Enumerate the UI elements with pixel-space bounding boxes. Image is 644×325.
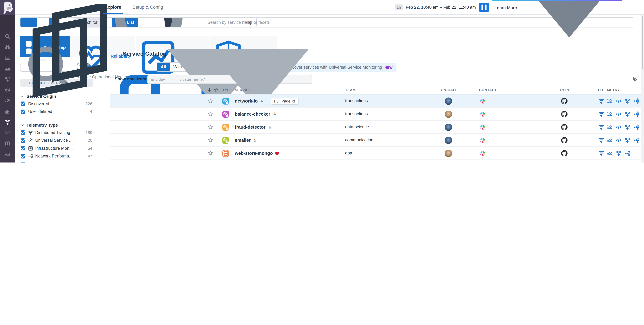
col-telemetry[interactable]: TELEMETRY <box>598 88 620 92</box>
slack-icon[interactable] <box>480 151 485 156</box>
page-scrollbar[interactable] <box>641 15 644 162</box>
target-icon[interactable] <box>5 87 10 93</box>
table-row[interactable]: fraud-detectordata-science <box>110 121 644 134</box>
facet-item[interactable]: Distributed Tracing189 <box>20 129 93 137</box>
on-call-avatar[interactable] <box>445 110 452 118</box>
pause-button[interactable] <box>479 3 489 12</box>
trace-telemetry-icon[interactable] <box>598 111 604 117</box>
pods-telemetry-icon[interactable] <box>624 98 630 104</box>
github-icon[interactable] <box>561 98 568 104</box>
hexagons-icon[interactable] <box>5 76 10 82</box>
table-row[interactable]: emailercommunication <box>110 134 644 147</box>
time-duration-chip[interactable]: 1h <box>395 4 403 10</box>
network-telemetry-icon[interactable] <box>633 137 639 143</box>
facet-group-title[interactable]: Telemetry Type <box>20 121 93 129</box>
logs-telemetry-icon[interactable] <box>607 150 613 156</box>
network-telemetry-icon[interactable] <box>633 124 639 130</box>
facet-item[interactable]: Log Management106 <box>20 160 93 162</box>
service-name-link[interactable]: web-store-mongo <box>235 151 273 156</box>
table-row[interactable]: web-store-mongodba <box>110 147 644 160</box>
checkbox-checked[interactable] <box>21 162 25 163</box>
col-team[interactable]: TEAM <box>345 88 356 92</box>
gears-type-icon[interactable] <box>222 98 229 104</box>
time-range-picker[interactable]: Feb 22, 10:40 am – Feb 22, 11:40 am <box>406 5 476 10</box>
sort-descending-icon[interactable] <box>207 88 212 92</box>
logs-telemetry-icon[interactable] <box>607 98 613 104</box>
facet-item[interactable]: Infrastructure Mon...54 <box>20 144 93 152</box>
team-cell[interactable]: communication <box>345 138 373 142</box>
book-icon[interactable] <box>5 141 10 146</box>
facet-item[interactable]: Universal Service ...20 <box>20 137 93 144</box>
trace-telemetry-icon[interactable] <box>598 98 604 104</box>
col-on-call[interactable]: ON-CALL <box>441 88 458 92</box>
loop-icon[interactable] <box>5 130 10 136</box>
trace-telemetry-icon[interactable] <box>598 124 604 130</box>
checkbox-checked[interactable] <box>21 130 25 135</box>
shield-icon[interactable] <box>5 162 10 162</box>
pods-telemetry-icon[interactable] <box>624 111 630 117</box>
slack-icon[interactable] <box>480 98 485 104</box>
logs-telemetry-icon[interactable] <box>607 111 613 117</box>
scrollbar-thumb[interactable] <box>642 16 643 69</box>
checkbox-checked[interactable] <box>21 146 25 151</box>
table-row[interactable]: network-ioFull PagetransactionsUI <box>110 94 644 108</box>
profiler-telemetry-icon[interactable] <box>616 98 622 104</box>
gears-type-icon[interactable] <box>222 111 229 117</box>
service-name-link[interactable]: emailer <box>235 138 251 143</box>
network-telemetry-icon[interactable] <box>633 98 639 104</box>
network-telemetry-icon[interactable] <box>624 150 630 156</box>
checkbox-checked[interactable] <box>21 110 25 114</box>
col-type[interactable]: TYPE <box>222 88 232 92</box>
binoculars-icon[interactable] <box>5 44 10 50</box>
pods-telemetry-icon[interactable] <box>624 137 630 143</box>
on-call-avatar[interactable] <box>445 123 452 131</box>
datadog-logo[interactable] <box>0 0 15 15</box>
pods-telemetry-icon[interactable] <box>616 150 622 156</box>
table-row[interactable]: orders-postgresGOorders <box>110 160 644 162</box>
on-call-avatar[interactable] <box>445 137 452 144</box>
team-cell[interactable]: transactions <box>345 98 368 103</box>
star-icon[interactable] <box>208 111 213 117</box>
puzzle-icon[interactable] <box>5 109 10 114</box>
profiler-telemetry-icon[interactable] <box>616 111 622 117</box>
cluster-filter-dropdown[interactable]: cluster-name:* <box>176 75 312 84</box>
magnifier-icon[interactable] <box>5 33 10 39</box>
team-cell[interactable]: dba <box>345 151 352 155</box>
trace-icon[interactable] <box>5 119 10 125</box>
service-name-link[interactable]: fraud-detector <box>235 125 266 130</box>
col-contact[interactable]: CONTACT <box>479 88 497 92</box>
trace-telemetry-icon[interactable] <box>598 150 604 156</box>
github-icon[interactable] <box>561 150 568 156</box>
logs-telemetry-icon[interactable] <box>607 137 613 143</box>
logs-icon[interactable] <box>5 151 10 157</box>
profiler-telemetry-icon[interactable] <box>616 124 622 130</box>
on-call-avatar[interactable] <box>445 150 452 157</box>
checkbox-checked[interactable] <box>21 154 25 158</box>
slack-icon[interactable] <box>480 111 485 117</box>
dashboard-icon[interactable] <box>5 55 10 61</box>
logs-telemetry-icon[interactable] <box>607 124 613 130</box>
network-telemetry-icon[interactable] <box>633 111 639 117</box>
col-service[interactable]: SERVICE <box>235 88 251 92</box>
trace-telemetry-icon[interactable] <box>598 137 604 143</box>
gears-type-icon[interactable] <box>222 137 229 144</box>
star-icon[interactable] <box>208 137 213 143</box>
team-cell[interactable]: data-science <box>345 125 369 129</box>
db-type-icon[interactable] <box>222 150 229 157</box>
learn-more-dropdown[interactable]: Learn More <box>492 0 622 15</box>
github-icon[interactable] <box>561 137 568 143</box>
star-icon[interactable] <box>208 150 213 156</box>
facet-item[interactable]: User-defined4 <box>20 108 93 116</box>
full-page-button[interactable]: Full Page <box>271 98 298 104</box>
col-repo[interactable]: REPO <box>560 88 571 92</box>
gears-type-icon[interactable] <box>222 124 229 130</box>
slack-icon[interactable] <box>480 138 485 143</box>
github-icon[interactable] <box>561 111 568 117</box>
gauge-icon[interactable] <box>5 98 10 103</box>
table-row[interactable]: balance-checkertransactions <box>110 108 644 121</box>
slack-icon[interactable] <box>480 124 485 130</box>
tab-setup-config[interactable]: Setup & Config <box>132 0 163 14</box>
pods-telemetry-icon[interactable] <box>624 124 630 130</box>
profiler-telemetry-icon[interactable] <box>616 137 622 143</box>
table-settings-gear[interactable] <box>632 76 638 82</box>
